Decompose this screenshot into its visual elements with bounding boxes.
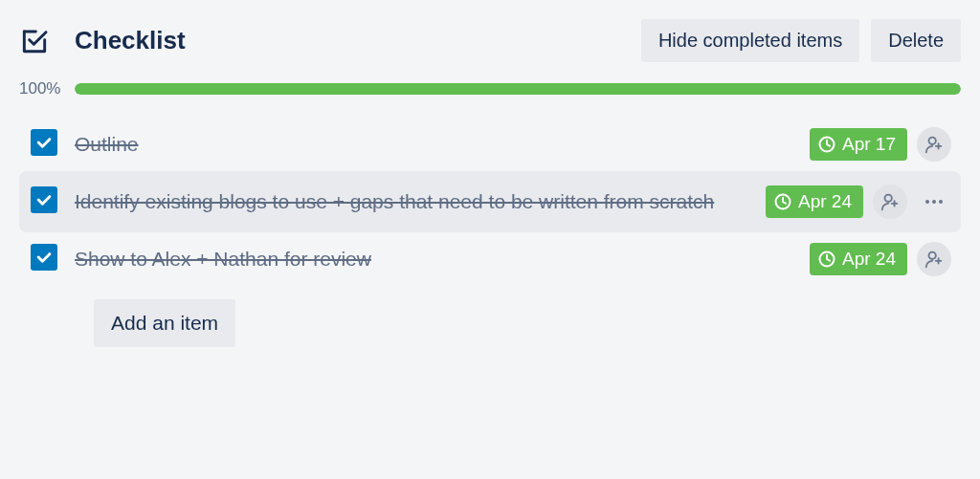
assign-member-button[interactable] <box>873 185 907 219</box>
add-item-row: Add an item <box>19 299 961 347</box>
item-actions: Apr 24 <box>810 242 961 276</box>
svg-point-10 <box>939 200 943 204</box>
item-checkbox[interactable] <box>31 129 57 156</box>
checklist-item: Outline Apr 17 <box>19 118 961 171</box>
checklist-container: Checklist Hide completed items Delete 10… <box>19 19 961 347</box>
checkbox-wrap <box>19 127 75 156</box>
checkbox-wrap <box>19 185 75 213</box>
item-text[interactable]: Identify existing blogs to use + gaps th… <box>75 185 766 217</box>
item-actions: Apr 17 <box>810 127 961 162</box>
item-text[interactable]: Outline <box>75 127 810 160</box>
due-date-badge[interactable]: Apr 17 <box>810 128 907 161</box>
progress-percent: 100% <box>19 79 75 98</box>
checklist-item: Show to Alex + Nathan for review Apr 24 <box>19 232 961 286</box>
checklist-header: Checklist Hide completed items Delete <box>19 19 961 62</box>
item-actions: Apr 24 <box>766 185 961 219</box>
svg-point-12 <box>929 252 936 259</box>
assign-member-button[interactable] <box>917 127 951 162</box>
hide-completed-button[interactable]: Hide completed items <box>641 19 859 62</box>
progress-bar-fill <box>75 83 961 95</box>
checkbox-wrap <box>19 242 75 271</box>
due-date-text: Apr 24 <box>798 191 852 212</box>
item-checkbox[interactable] <box>31 244 57 271</box>
checklist-title: Checklist <box>75 26 641 55</box>
svg-point-9 <box>932 200 936 204</box>
svg-point-8 <box>925 200 929 204</box>
due-date-text: Apr 24 <box>842 249 896 270</box>
progress-bar <box>75 83 961 95</box>
checklist-icon <box>19 26 50 56</box>
checklist-item: Identify existing blogs to use + gaps th… <box>19 171 961 232</box>
item-checkbox[interactable] <box>31 186 57 213</box>
due-date-badge[interactable]: Apr 24 <box>766 185 863 218</box>
delete-checklist-button[interactable]: Delete <box>871 19 961 62</box>
svg-point-1 <box>929 138 936 144</box>
header-actions: Hide completed items Delete <box>641 19 961 62</box>
due-date-badge[interactable]: Apr 24 <box>810 243 907 275</box>
due-date-text: Apr 17 <box>842 134 896 155</box>
add-item-button[interactable]: Add an item <box>94 299 235 347</box>
item-text[interactable]: Show to Alex + Nathan for review <box>75 242 810 274</box>
item-more-button[interactable] <box>917 190 951 213</box>
assign-member-button[interactable] <box>917 242 951 276</box>
progress-row: 100% <box>19 79 961 98</box>
svg-point-5 <box>885 195 892 202</box>
